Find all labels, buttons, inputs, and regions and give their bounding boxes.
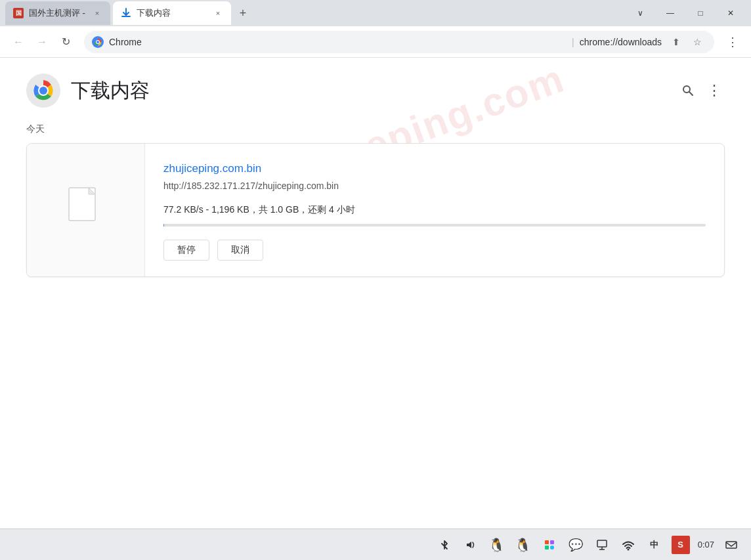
download-tab-icon xyxy=(121,8,131,18)
address-divider: | xyxy=(572,37,574,47)
section-today-label: 今天 xyxy=(0,118,751,143)
svg-rect-13 xyxy=(597,540,607,547)
svg-rect-11 xyxy=(545,546,549,549)
download-url: http://185.232.171.217/zhujiceping.com.b… xyxy=(163,181,706,191)
search-icon xyxy=(681,84,695,97)
download-details: zhujiceping.com.bin http://185.232.171.2… xyxy=(145,144,724,276)
cancel-button[interactable]: 取消 xyxy=(217,240,263,261)
qq-penguin-2-icon[interactable]: 🐧 xyxy=(514,536,532,554)
search-button[interactable] xyxy=(677,80,698,101)
figma-icon[interactable] xyxy=(540,536,559,554)
tab-inactive-close[interactable]: × xyxy=(92,8,102,18)
notification-icon[interactable] xyxy=(722,536,740,554)
taskbar: 🐧 🐧 💬 中 S 0:07 xyxy=(0,528,751,560)
svg-point-12 xyxy=(550,546,554,549)
browser-menu-button[interactable]: ⋮ xyxy=(722,32,743,53)
progress-bar-fill xyxy=(163,224,164,226)
wechat-icon[interactable]: 💬 xyxy=(567,536,585,554)
qq-penguin-1-icon[interactable]: 🐧 xyxy=(488,536,506,554)
page-title: 下载内容 xyxy=(71,77,150,104)
page-content: zhujiceping.com 下载内容 xyxy=(0,58,751,528)
svg-point-5 xyxy=(39,87,47,95)
download-card: zhujiceping.com.bin http://185.232.171.2… xyxy=(26,143,725,277)
chevron-button[interactable]: ∨ xyxy=(625,3,655,24)
svg-point-16 xyxy=(627,548,629,550)
header-actions: ⋮ xyxy=(677,80,725,101)
close-button[interactable]: ✕ xyxy=(716,3,746,24)
address-url: chrome://downloads xyxy=(580,37,662,47)
svg-point-2 xyxy=(97,41,99,43)
tab-active-label: 下载内容 xyxy=(137,7,207,19)
volume-icon[interactable] xyxy=(461,536,480,554)
window-controls: ∨ — □ ✕ xyxy=(625,3,746,24)
share-button[interactable]: ⬆ xyxy=(667,33,685,51)
svg-rect-10 xyxy=(550,540,554,544)
title-bar: 国 国外主机测评 - × 下载内容 × + ∨ — □ ✕ xyxy=(0,0,751,26)
chrome-brand-text: Chrome xyxy=(109,37,567,47)
svg-line-7 xyxy=(689,92,693,95)
tab-inactive[interactable]: 国 国外主机测评 - × xyxy=(5,1,110,25)
address-bar[interactable]: Chrome | chrome://downloads ⬆ ☆ xyxy=(84,31,714,53)
downloads-title-area: 下载内容 xyxy=(26,74,150,108)
reload-button[interactable]: ↻ xyxy=(55,32,76,53)
sogou-icon[interactable]: S xyxy=(672,536,690,554)
taskbar-time: 0:07 xyxy=(698,540,714,549)
address-action-icons: ⬆ ☆ xyxy=(667,33,706,51)
chrome-logo-large xyxy=(26,74,60,108)
tab-favicon-active xyxy=(121,8,131,18)
downloads-header: 下载内容 ⋮ xyxy=(0,58,751,118)
new-tab-button[interactable]: + xyxy=(234,4,252,22)
forward-button[interactable]: → xyxy=(32,32,53,53)
download-filename[interactable]: zhujiceping.com.bin xyxy=(163,162,706,175)
more-actions-button[interactable]: ⋮ xyxy=(704,80,725,101)
wifi-icon[interactable] xyxy=(619,536,637,554)
pause-button[interactable]: 暂停 xyxy=(163,240,209,261)
progress-bar-container xyxy=(163,224,706,226)
bluetooth-icon[interactable] xyxy=(435,536,454,554)
svg-rect-9 xyxy=(545,540,549,544)
back-button[interactable]: ← xyxy=(8,32,29,53)
bookmark-button[interactable]: ☆ xyxy=(688,33,706,51)
nav-bar: ← → ↻ Chrome | chrome://downloads ⬆ ☆ ⋮ xyxy=(0,26,751,58)
tab-active[interactable]: 下载内容 × xyxy=(113,1,231,25)
svg-rect-17 xyxy=(726,542,737,548)
file-icon xyxy=(66,186,106,234)
ime-icon[interactable]: 中 xyxy=(645,536,664,554)
minimize-button[interactable]: — xyxy=(655,3,685,24)
download-icon-area xyxy=(27,144,145,276)
tab-favicon-inactive: 国 xyxy=(13,8,24,18)
download-actions: 暂停 取消 xyxy=(163,240,706,261)
tab-active-close[interactable]: × xyxy=(213,8,223,18)
download-progress-text: 77.2 KB/s - 1,196 KB，共 1.0 GB，还剩 4 小时 xyxy=(163,204,706,216)
network-icon[interactable] xyxy=(593,536,611,554)
maximize-button[interactable]: □ xyxy=(685,3,716,24)
chrome-logo-icon xyxy=(92,36,104,48)
tab-inactive-label: 国外主机测评 - xyxy=(29,7,87,19)
